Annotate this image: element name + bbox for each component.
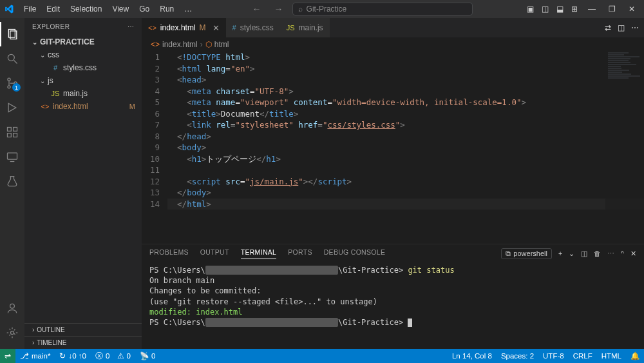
error-count: 0 <box>106 352 109 360</box>
menu-run[interactable]: Run <box>155 3 178 15</box>
activity-remote[interactable] <box>0 144 24 169</box>
tree-item-css[interactable]: ⌄css <box>24 48 142 61</box>
status-problems[interactable]: ⓧ0 ⚠0 <box>91 351 135 361</box>
svg-rect-8 <box>8 133 12 137</box>
tree-item-index.html[interactable]: <>index.htmlM <box>24 100 142 113</box>
activity-search[interactable] <box>0 46 24 71</box>
minimap[interactable] <box>605 52 644 244</box>
terminal-cursor <box>408 319 412 327</box>
remote-indicator[interactable]: ⇌ <box>0 349 15 363</box>
svg-rect-11 <box>8 153 17 159</box>
terminal-line: PS C:\Users\████████████████████████████… <box>149 317 636 328</box>
close-tab-icon[interactable]: ✕ <box>213 23 220 33</box>
nav-forward-button[interactable]: → <box>270 3 287 15</box>
menu-selection[interactable]: Selection <box>66 3 106 15</box>
more-actions-icon[interactable]: ⋯ <box>631 23 639 32</box>
activity-run-debug[interactable] <box>0 95 24 120</box>
bell-icon: 🔔 <box>630 351 639 360</box>
remote-icon: ⇌ <box>5 351 11 360</box>
status-cursor[interactable]: Ln 14, Col 8 <box>448 351 497 360</box>
terminal-line: On branch main <box>149 275 636 286</box>
tree-item-styles.css[interactable]: #styles.css <box>24 61 142 74</box>
terminal-content[interactable]: PS C:\Users\████████████████████████████… <box>142 262 644 349</box>
terminal-chevron-down-icon[interactable]: ⌄ <box>569 250 574 257</box>
menu-go[interactable]: Go <box>135 3 154 15</box>
warning-icon: ⚠ <box>117 351 124 360</box>
new-terminal-button[interactable]: + <box>558 250 562 257</box>
menu-…[interactable]: … <box>180 3 196 15</box>
split-editor-icon[interactable]: ◫ <box>618 23 625 32</box>
tab-index.html[interactable]: <>index.html M✕ <box>142 18 226 37</box>
activity-explorer[interactable] <box>0 22 24 46</box>
file-label: main.js <box>63 89 88 98</box>
terminal-line: modified: index.html <box>149 307 636 317</box>
tree-root[interactable]: ⌄ GIT-PRACTICE <box>24 35 142 48</box>
tree-item-main.js[interactable]: JSmain.js <box>24 87 142 100</box>
sync-label: ↓0 ↑0 <box>68 352 86 360</box>
split-terminal-icon[interactable]: ◫ <box>581 250 587 257</box>
explorer-more-icon[interactable]: ⋯ <box>128 23 135 30</box>
activity-settings[interactable] <box>0 320 24 345</box>
status-encoding[interactable]: UTF-8 <box>538 351 569 360</box>
compare-changes-icon[interactable]: ⇄ <box>605 23 611 32</box>
modified-badge: M <box>129 103 135 110</box>
git-branch-icon: ⎇ <box>20 351 29 360</box>
explorer-title: EXPLORER <box>32 23 70 30</box>
activity-testing[interactable] <box>0 169 24 193</box>
window-minimize-button[interactable]: — <box>583 3 601 15</box>
activity-accounts[interactable] <box>0 296 24 320</box>
panel-more-icon[interactable]: ⋯ <box>607 250 614 257</box>
terminal-profile-dropdown[interactable]: ⧉powershell <box>501 248 552 259</box>
panel-tab-output[interactable]: OUTPUT <box>200 248 229 259</box>
explorer-header: EXPLORER ⋯ <box>24 18 142 35</box>
menu-file[interactable]: File <box>19 3 41 15</box>
layout-primary-icon[interactable]: ▣ <box>524 3 536 15</box>
tree-item-js[interactable]: ⌄js <box>24 74 142 87</box>
status-ports[interactable]: 📡0 <box>135 351 160 360</box>
search-icon: ⌕ <box>298 5 303 14</box>
close-panel-icon[interactable]: ✕ <box>630 250 636 257</box>
branch-label: main* <box>32 352 50 360</box>
breadcrumb[interactable]: <> index.html›⬡ html <box>142 37 644 52</box>
panel-tab-problems[interactable]: PROBLEMS <box>149 248 189 259</box>
status-notifications[interactable]: 🔔 <box>626 351 644 360</box>
panel-tab-ports[interactable]: PORTS <box>288 248 312 259</box>
svg-rect-9 <box>14 133 17 137</box>
layout-customize-icon[interactable]: ⊞ <box>569 3 580 15</box>
status-branch[interactable]: ⎇main* <box>15 351 55 360</box>
command-center-search[interactable]: ⌕ Git-Practice <box>292 3 473 15</box>
panel-tab-debug console[interactable]: DEBUG CONSOLE <box>324 248 386 259</box>
menu-view[interactable]: View <box>108 3 133 15</box>
tab-main.js[interactable]: JSmain.js <box>280 18 330 37</box>
ports-icon: 📡 <box>140 351 149 360</box>
nav-back-button[interactable]: ← <box>249 3 265 15</box>
activity-extensions[interactable] <box>0 120 24 144</box>
outline-pane[interactable]: ›OUTLINE <box>24 323 142 336</box>
tab-styles.css[interactable]: #styles.css <box>226 18 280 37</box>
maximize-panel-icon[interactable]: ^ <box>621 250 624 257</box>
menu-edit[interactable]: Edit <box>42 3 64 15</box>
layout-sidebar-icon[interactable]: ⬓ <box>554 3 566 15</box>
status-eol[interactable]: CRLF <box>569 351 597 360</box>
code-content[interactable]: <!DOCTYPE html> <html lang="en"> <head> … <box>167 52 644 244</box>
svg-point-14 <box>11 331 14 335</box>
svg-line-3 <box>14 61 17 64</box>
code-editor[interactable]: 1234567891011121314 <!DOCTYPE html> <htm… <box>142 52 644 244</box>
layout-panel-icon[interactable]: ◫ <box>539 3 551 15</box>
kill-terminal-icon[interactable]: 🗑 <box>594 250 601 257</box>
chevron-down-icon: ⌄ <box>40 77 46 84</box>
window-maximize-button[interactable]: ❐ <box>603 3 621 15</box>
modified-indicator: M <box>200 23 206 32</box>
tab-label: main.js <box>299 23 323 32</box>
status-sync[interactable]: ↻↓0 ↑0 <box>55 351 91 360</box>
tab-label: index.html <box>160 23 196 32</box>
window-close-button[interactable]: ✕ <box>623 3 640 15</box>
panel-tab-terminal[interactable]: TERMINAL <box>241 248 277 259</box>
status-indent[interactable]: Spaces: 2 <box>497 351 538 360</box>
status-language[interactable]: HTML <box>597 351 626 360</box>
activity-source-control[interactable]: 1 <box>0 71 24 95</box>
timeline-pane[interactable]: ›TIMELINE <box>24 336 142 349</box>
activity-bar: 1 <box>0 18 24 349</box>
chevron-right-icon: › <box>32 339 34 346</box>
svg-rect-10 <box>14 128 17 132</box>
